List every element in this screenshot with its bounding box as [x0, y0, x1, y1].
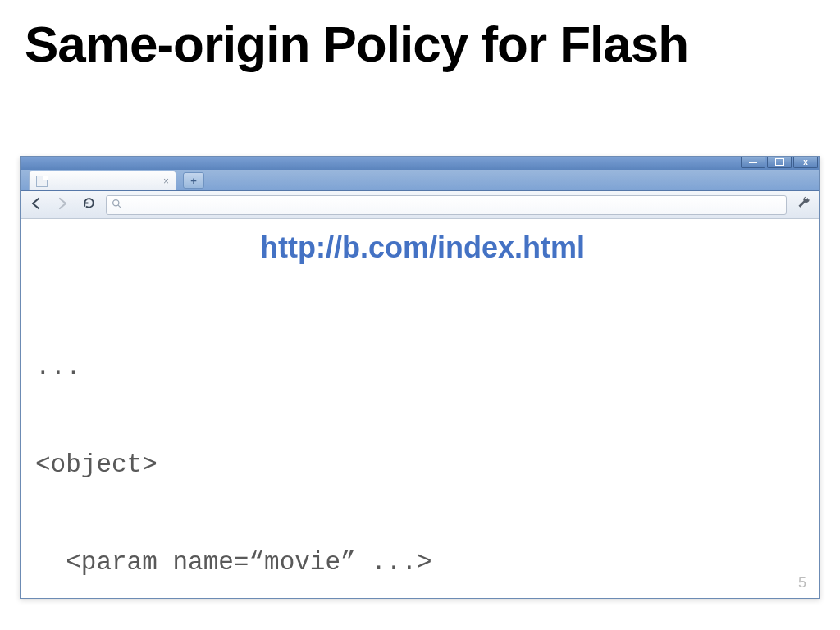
svg-line-1	[118, 205, 121, 208]
tab-close-icon[interactable]: ×	[163, 176, 169, 187]
window-minimize-button[interactable]	[741, 157, 765, 168]
code-line: <param name=“movie” ...>	[35, 546, 810, 579]
toolbar	[21, 191, 819, 219]
settings-wrench-icon[interactable]	[795, 195, 813, 214]
slide: Same-origin Policy for Flash x × +	[0, 0, 840, 630]
svg-point-0	[113, 199, 119, 205]
address-input[interactable]	[122, 199, 781, 211]
address-bar[interactable]	[106, 195, 787, 215]
forward-button[interactable]	[53, 195, 71, 214]
code-line: <object>	[35, 449, 810, 482]
window-titlebar: x	[21, 157, 819, 170]
window-maximize-button[interactable]	[767, 157, 792, 168]
search-icon	[112, 199, 122, 212]
browser-window: x × +	[20, 156, 820, 599]
code-block: ... <object> <param name=“movie” ...> <e…	[35, 286, 810, 630]
page-content: http://b.com/index.html ... <object> <pa…	[21, 219, 819, 598]
slide-number: 5	[798, 574, 806, 591]
browser-tab[interactable]: ×	[29, 171, 176, 190]
new-tab-button[interactable]: +	[183, 172, 204, 189]
back-button[interactable]	[27, 195, 45, 214]
reload-button[interactable]	[80, 196, 98, 214]
window-close-button[interactable]: x	[793, 157, 818, 168]
tab-strip: × +	[21, 170, 819, 191]
slide-title: Same-origin Policy for Flash	[0, 0, 840, 73]
code-line: ...	[35, 351, 810, 384]
page-icon	[36, 176, 48, 187]
page-url-heading: http://b.com/index.html	[35, 231, 810, 265]
